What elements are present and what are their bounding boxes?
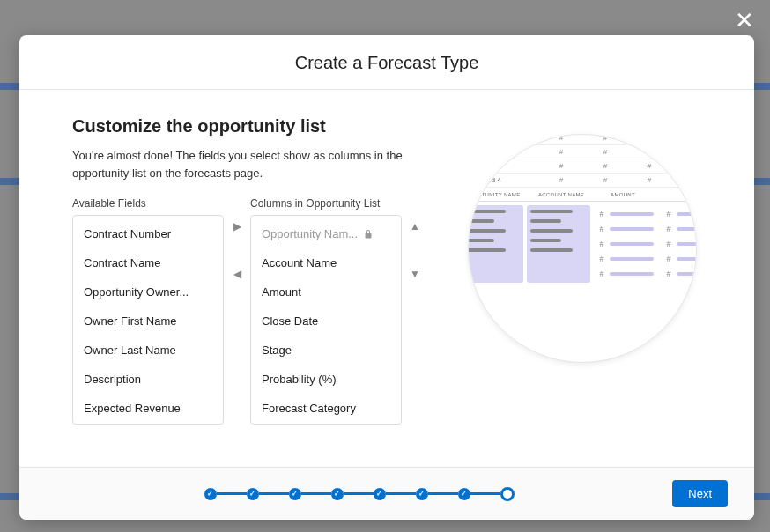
step-dot[interactable]: ✓ xyxy=(204,488,217,500)
step-dot[interactable] xyxy=(500,487,515,501)
move-down-button[interactable]: ▼ xyxy=(407,266,423,282)
available-listbox[interactable]: Contract NumberContract NameOpportunity … xyxy=(72,215,224,425)
step-dot[interactable]: ✓ xyxy=(289,488,301,500)
list-item[interactable]: Probability (%) xyxy=(251,365,401,394)
step-dot[interactable]: ✓ xyxy=(331,488,344,500)
list-item[interactable]: Expected Revenue xyxy=(73,394,223,423)
forecast-type-modal: Create a Forecast Type Customize the opp… xyxy=(19,35,754,520)
list-item[interactable]: Amount xyxy=(251,277,401,307)
step-dot[interactable]: ✓ xyxy=(374,488,386,500)
list-item[interactable]: Account Name xyxy=(251,248,401,277)
available-label: Available Fields xyxy=(72,197,224,210)
close-icon[interactable]: ✕ xyxy=(735,7,754,34)
list-item[interactable]: Forecast Category xyxy=(251,394,401,423)
modal-footer: ✓✓✓✓✓✓✓ Next xyxy=(19,467,754,520)
modal-header: Create a Forecast Type xyxy=(19,35,754,90)
next-button[interactable]: Next xyxy=(672,480,728,507)
move-up-button[interactable]: ▲ xyxy=(407,218,423,234)
move-right-button[interactable]: ▶ xyxy=(229,218,245,234)
list-item[interactable]: Description xyxy=(73,365,223,394)
columns-listbox[interactable]: Opportunity Nam...Account NameAmountClos… xyxy=(250,215,402,425)
dual-listbox: Available Fields Contract NumberContract… xyxy=(72,197,428,425)
list-item[interactable]: Owner Last Name xyxy=(73,336,223,365)
page-description: You're almost done! The fields you selec… xyxy=(72,147,407,181)
list-item[interactable]: Contract Number xyxy=(73,219,223,248)
list-item[interactable]: Owner First Name xyxy=(73,307,223,336)
list-item[interactable]: Opportunity Nam... xyxy=(251,219,401,248)
preview-image: ct Family B####Row 1####Row 2####> Perio… xyxy=(468,134,697,363)
step-dot[interactable]: ✓ xyxy=(247,488,259,500)
move-left-button[interactable]: ◀ xyxy=(229,266,245,282)
lock-icon xyxy=(363,229,374,240)
progress-stepper: ✓✓✓✓✓✓✓ xyxy=(46,487,672,501)
list-item[interactable]: Opportunity Owner... xyxy=(73,277,223,307)
step-dot[interactable]: ✓ xyxy=(416,488,428,500)
step-dot[interactable]: ✓ xyxy=(458,488,470,500)
list-item[interactable]: Stage xyxy=(251,336,401,365)
list-item[interactable]: Contract Name xyxy=(73,248,223,277)
columns-label: Columns in Opportunity List xyxy=(250,197,402,210)
modal-title: Create a Forecast Type xyxy=(19,53,754,73)
list-item[interactable]: Close Date xyxy=(251,307,401,336)
page-title: Customize the opportunity list xyxy=(72,116,428,137)
